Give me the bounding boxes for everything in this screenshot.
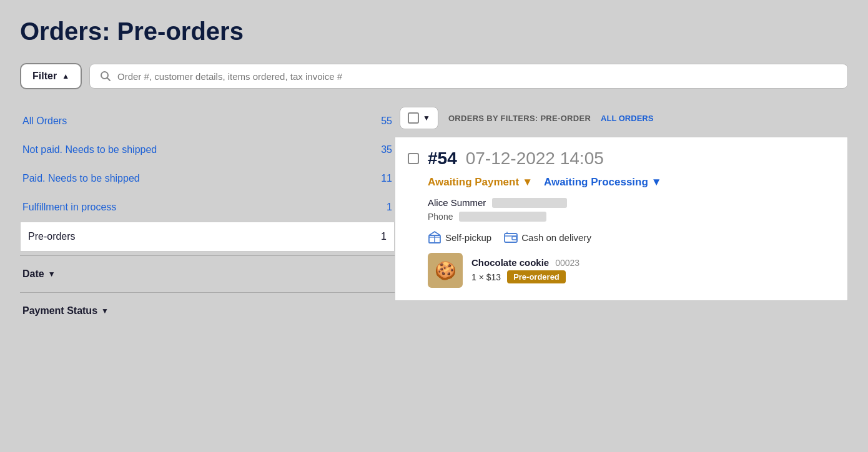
customer-phone-row: Phone: [428, 212, 835, 222]
all-orders-link[interactable]: ALL ORDERS: [601, 114, 653, 123]
sidebar-item-fulfillment[interactable]: Fulfillment in process 1: [20, 193, 395, 222]
toolbar: Filter ▲: [20, 63, 848, 89]
sidebar-item-count: 1: [387, 202, 392, 213]
sidebar: All Orders 55 Not paid. Needs to be ship…: [20, 107, 395, 325]
filter-button[interactable]: Filter ▲: [20, 63, 82, 89]
customer-name-row: Alice Summer: [428, 197, 835, 208]
order-statuses: Awaiting Payment ▼ Awaiting Processing ▼: [428, 176, 835, 189]
orders-filter-label: ORDERS BY FILTERS: PRE-ORDER: [448, 114, 591, 123]
payment-method-label: Cash on delivery: [521, 232, 591, 243]
item-qty-price: 1 × $13: [471, 272, 501, 282]
chevron-down-icon-3: ▼: [423, 114, 430, 122]
chevron-down-icon-payment: ▼: [522, 176, 533, 189]
sidebar-divider-2: [20, 292, 395, 293]
payment-method: Cash on delivery: [504, 231, 591, 243]
sidebar-item-label: All Orders: [22, 115, 67, 127]
date-filter-label: Date: [22, 268, 44, 280]
orders-panel: ▼ ORDERS BY FILTERS: PRE-ORDER ALL ORDER…: [395, 107, 848, 325]
order-customer: Alice Summer Phone: [428, 197, 835, 222]
page-wrapper: Orders: Pre-orders Filter ▲ All Orders 5…: [0, 0, 868, 452]
item-sku: 00023: [555, 258, 579, 268]
phone-label: Phone: [428, 212, 453, 222]
preordered-badge: Pre-ordered: [507, 270, 566, 283]
payment-status-filter-label: Payment Status: [22, 305, 97, 317]
order-delivery: Self-pickup Cash on delivery: [428, 230, 835, 244]
sidebar-item-count: 35: [381, 144, 392, 155]
sidebar-item-paid[interactable]: Paid. Needs to be shipped 11: [20, 164, 395, 193]
page-title: Orders: Pre-orders: [20, 17, 848, 46]
customer-phone-redacted: [459, 212, 546, 222]
delivery-method: Self-pickup: [428, 230, 491, 244]
sidebar-item-pre-orders[interactable]: Pre-orders 1: [20, 222, 395, 252]
search-input[interactable]: [117, 71, 837, 82]
sidebar-item-count: 1: [381, 231, 387, 242]
order-card-header: #54 07-12-2022 14:05: [408, 149, 835, 169]
orders-header: ▼ ORDERS BY FILTERS: PRE-ORDER ALL ORDER…: [395, 107, 848, 129]
order-number[interactable]: #54: [428, 149, 457, 169]
main-content: All Orders 55 Not paid. Needs to be ship…: [20, 107, 848, 325]
select-all-dropdown[interactable]: ▼: [400, 107, 438, 129]
sidebar-item-all-orders[interactable]: All Orders 55: [20, 107, 395, 135]
sidebar-filter-date[interactable]: Date ▼: [20, 260, 395, 288]
chevron-down-icon-processing: ▼: [651, 176, 662, 189]
order-item: 🍪 Chocolate cookie 00023 1 × $13: [428, 253, 835, 288]
item-name-row: Chocolate cookie 00023: [471, 257, 579, 268]
item-price: $13: [486, 272, 501, 282]
sidebar-item-label: Paid. Needs to be shipped: [22, 173, 140, 184]
order-datetime: 07-12-2022 14:05: [466, 149, 604, 169]
select-all-checkbox[interactable]: [408, 112, 419, 124]
order-checkbox[interactable]: [408, 153, 419, 164]
sidebar-item-label: Pre-orders: [28, 231, 76, 242]
delivery-method-label: Self-pickup: [445, 232, 491, 243]
sidebar-divider: [20, 255, 395, 256]
processing-status-badge[interactable]: Awaiting Processing ▼: [544, 176, 662, 189]
customer-email-redacted: [492, 198, 567, 208]
sidebar-item-not-paid[interactable]: Not paid. Needs to be shipped 35: [20, 135, 395, 164]
sidebar-filter-payment-status[interactable]: Payment Status ▼: [20, 297, 395, 325]
search-bar: [89, 64, 848, 89]
chevron-down-icon: ▼: [48, 270, 56, 278]
sidebar-item-label: Fulfillment in process: [22, 202, 116, 213]
order-card: #54 07-12-2022 14:05 Awaiting Payment ▼ …: [395, 137, 848, 301]
svg-rect-6: [512, 237, 516, 240]
box-icon: [428, 230, 441, 244]
processing-status-label: Awaiting Processing: [544, 176, 648, 189]
customer-name: Alice Summer: [428, 197, 486, 208]
item-name: Chocolate cookie: [471, 257, 549, 268]
sidebar-item-label: Not paid. Needs to be shipped: [22, 144, 157, 155]
item-details: Chocolate cookie 00023 1 × $13 Pre-order…: [471, 257, 579, 283]
search-icon: [100, 71, 111, 82]
wallet-icon: [504, 231, 518, 243]
item-image: 🍪: [428, 253, 463, 288]
payment-status-label: Awaiting Payment: [428, 176, 519, 189]
svg-rect-5: [505, 233, 517, 242]
sidebar-item-count: 55: [381, 115, 392, 127]
filter-label: Filter: [32, 71, 57, 82]
times-symbol: ×: [479, 272, 486, 282]
item-emoji: 🍪: [435, 260, 456, 281]
chevron-up-icon: ▲: [62, 72, 69, 81]
payment-status-badge[interactable]: Awaiting Payment ▼: [428, 176, 533, 189]
chevron-down-icon-2: ▼: [101, 307, 109, 315]
item-quantity: 1: [471, 272, 476, 282]
sidebar-item-count: 11: [381, 173, 392, 184]
item-price-row: 1 × $13 Pre-ordered: [471, 270, 579, 283]
svg-line-1: [107, 78, 111, 81]
